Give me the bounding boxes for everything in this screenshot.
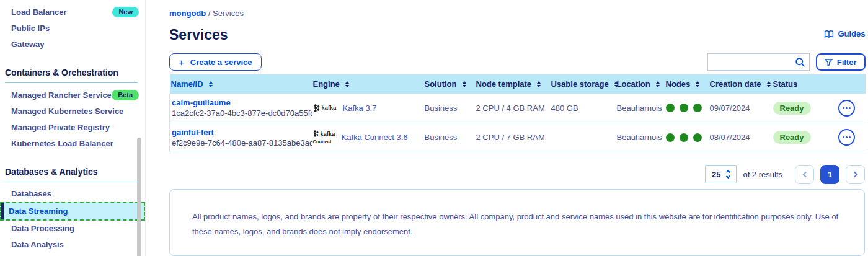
sort-icon[interactable] (656, 81, 660, 87)
nodes-status-dots (666, 104, 705, 112)
row-actions-button[interactable] (838, 100, 855, 117)
sidebar-item-data-analysis[interactable]: Data Analysis (0, 237, 145, 253)
sidebar-item-public-ips[interactable]: Public IPs (0, 20, 145, 37)
search-icon[interactable] (795, 57, 805, 68)
toolbar: + Create a service (169, 53, 866, 71)
node-status-dot (680, 133, 688, 142)
column-label: Node template (476, 79, 532, 89)
services-table: Name/ID Engine Solution Node template (169, 74, 866, 152)
column-header-usable-storage[interactable]: Usable storage (550, 74, 616, 94)
divider (5, 182, 138, 182)
column-header-actions (837, 74, 866, 94)
sidebar-item-data-processing[interactable]: Data Processing (0, 221, 145, 237)
chevron-left-icon (802, 171, 808, 177)
sort-icon[interactable] (696, 81, 699, 87)
column-header-status: Status (772, 74, 837, 94)
filter-label: Filter (837, 58, 857, 67)
breadcrumb-separator: / (208, 9, 211, 18)
usable-storage-cell (550, 123, 616, 152)
node-status-dot (666, 133, 675, 142)
column-header-name-id[interactable]: Name/ID (170, 74, 312, 94)
sidebar-item-label: Managed Kubernetes Service (11, 107, 123, 117)
breadcrumb-root-link[interactable]: mongodb (169, 9, 206, 18)
sort-icon[interactable] (537, 81, 541, 87)
create-service-button[interactable]: + Create a service (169, 53, 262, 71)
service-name-link[interactable]: calm-guillaume (172, 97, 308, 108)
guides-label: Guides (838, 29, 865, 38)
column-label: Nodes (666, 79, 691, 89)
sidebar-item-load-balancer[interactable]: Load Balancer New (0, 4, 145, 20)
table-row: gainful-fert ef2c9e9e-7c64-480e-aa87-813… (170, 123, 866, 152)
sidebar-item-data-streaming[interactable]: Data Streaming (0, 202, 145, 221)
sidebar-group-containers-orchestration: Containers & Orchestration Managed Ranch… (0, 59, 145, 152)
sidebar-item-data-platform[interactable]: Data Platform Beta (0, 253, 145, 256)
solution-cell: Business (423, 94, 475, 123)
pagination: 25 of 2 results 1 (169, 165, 865, 184)
sidebar-item-managed-kubernetes-service[interactable]: Managed Kubernetes Service (0, 104, 145, 120)
service-name-link[interactable]: gainful-fert (172, 127, 308, 138)
app-window: Load Balancer New Public IPs Gateway Con… (0, 0, 868, 256)
sidebar-scrollbar[interactable] (137, 138, 141, 256)
creation-date-cell: 09/07/2024 (709, 94, 772, 123)
select-caret-icon (727, 170, 730, 178)
status-badge: Ready (773, 131, 811, 144)
location-cell: Beauharnois (616, 94, 665, 123)
node-status-dot (693, 104, 702, 112)
column-label: Creation date (710, 79, 761, 89)
engine-version: Kafka Connect 3.6 (342, 133, 408, 142)
sidebar-item-label: Load Balancer (11, 7, 67, 17)
next-page-button[interactable] (846, 165, 865, 184)
sidebar-item-kubernetes-load-balancer[interactable]: Kubernetes Load Balancer (0, 136, 145, 152)
sidebar-item-managed-private-registry[interactable]: Managed Private Registry (0, 120, 145, 136)
column-header-engine[interactable]: Engine (312, 74, 423, 94)
filter-button[interactable]: Filter (816, 53, 866, 71)
column-header-solution[interactable]: Solution (423, 74, 475, 94)
sort-icon[interactable] (345, 81, 349, 87)
sidebar-item-managed-rancher-service[interactable]: Managed Rancher Service Beta (0, 87, 145, 104)
kafka-logo-word: kafka (321, 131, 335, 137)
column-header-node-template[interactable]: Node template (475, 74, 550, 94)
kafka-logo-connect-word: Connect (313, 138, 332, 144)
sort-icon[interactable] (463, 81, 466, 87)
nodes-status-dots (666, 133, 705, 142)
service-id: ef2c9e9e-7c64-480e-aa87-8135abe3adf2 (172, 138, 308, 148)
results-count-text: of 2 results (743, 170, 782, 179)
plus-icon: + (179, 57, 184, 68)
sidebar-item-gateway[interactable]: Gateway (0, 37, 145, 53)
current-page-button[interactable]: 1 (820, 165, 839, 184)
sort-icon[interactable] (209, 81, 213, 87)
sidebar-item-databases[interactable]: Databases (0, 186, 145, 202)
row-actions-button[interactable] (838, 129, 855, 146)
node-status-dot (666, 104, 675, 112)
column-header-creation-date[interactable]: Creation date (709, 74, 772, 94)
sidebar-item-label: Data Processing (11, 224, 74, 234)
breadcrumb-current: Services (213, 9, 244, 18)
table-header-row: Name/ID Engine Solution Node template (170, 74, 866, 94)
sidebar-item-label: Public IPs (11, 24, 50, 33)
sort-icon[interactable] (767, 81, 771, 87)
chevron-right-icon (851, 171, 857, 177)
kafka-logo-icon: kafka (313, 104, 337, 112)
node-template-cell: 2 CPU / 7 GB RAM (475, 123, 550, 152)
column-header-nodes[interactable]: Nodes (665, 74, 709, 94)
guides-link[interactable]: Guides (824, 29, 865, 38)
sidebar-item-label: Kubernetes Load Balancer (11, 139, 113, 149)
page-size-select[interactable]: 25 (705, 165, 737, 183)
status-badge: Ready (773, 102, 811, 115)
previous-page-button[interactable] (795, 165, 814, 184)
column-label: Solution (425, 79, 457, 89)
sidebar-item-label: Managed Private Registry (11, 123, 110, 133)
engine-version: Kafka 3.7 (343, 104, 377, 113)
node-status-dot (680, 104, 688, 112)
main-content: mongodb / Services Services Guides + Cre… (146, 0, 868, 256)
beta-badge: Beta (112, 90, 139, 100)
page-size-value: 25 (712, 170, 720, 179)
page-title: Services (169, 27, 228, 43)
create-service-label: Create a service (190, 58, 252, 67)
search-input[interactable] (713, 58, 795, 67)
sidebar-item-label: Managed Rancher Service (11, 90, 112, 100)
node-template-cell: 2 CPU / 4 GB RAM (475, 94, 550, 123)
breadcrumb: mongodb / Services (169, 9, 866, 18)
column-header-location[interactable]: Location (616, 74, 665, 94)
sidebar-section-header: Containers & Orchestration (0, 59, 145, 82)
